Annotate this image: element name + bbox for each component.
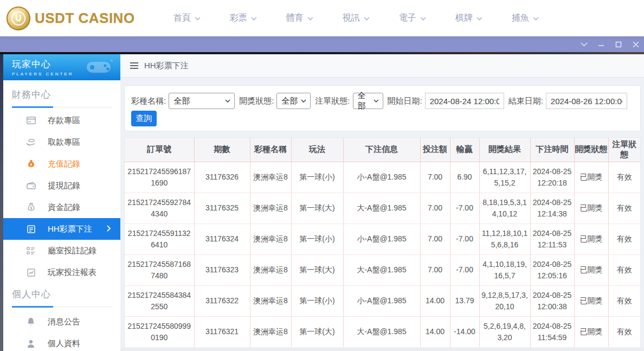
table-cell: 澳洲幸运8 xyxy=(250,162,291,193)
section-title-finance: 財務中心 xyxy=(3,88,120,101)
column-header: 開獎結果 xyxy=(479,138,530,162)
table-cell: 7.00 xyxy=(420,254,450,285)
table-cell: 9,12,8,5,17,3,20,10 xyxy=(479,285,530,316)
chevron-down-icon xyxy=(420,17,426,21)
recharge-bag-icon: ¥ xyxy=(26,159,36,169)
close-icon[interactable] xyxy=(632,41,640,48)
lottery-bets-icon xyxy=(26,224,36,234)
table-row: 215217245580999019031176321澳洲幸运8第一球(大)大-… xyxy=(125,316,640,347)
maximize-icon[interactable] xyxy=(615,41,622,48)
table-row: 215217245587168748031176323澳洲幸运8第一球(大)大-… xyxy=(125,254,640,285)
bet-table-head-row: 訂單號期數彩種名稱玩法下注信息投注額輸贏開獎結果下注時間開獎狀態注單狀態 xyxy=(125,138,640,162)
players-center-header: 玩家中心 PLAYERS CENTER xyxy=(3,54,120,80)
draw-status-label: 開獎狀態: xyxy=(239,96,274,106)
table-row: 215217245596187169031176326澳洲幸运8第一球(小)小-… xyxy=(125,162,640,193)
table-cell: 第一球(大) xyxy=(291,316,343,347)
start-date-input[interactable] xyxy=(425,93,504,109)
table-cell: 澳洲幸运8 xyxy=(250,224,291,254)
sidebar-item-player-bet-report[interactable]: 玩家投注報表 xyxy=(3,261,120,283)
withdraw-hand-icon xyxy=(26,137,36,147)
table-cell: 大-A盤@1.985 xyxy=(343,254,420,285)
sidebar-item-cashout-record[interactable]: 提現記錄 xyxy=(3,175,120,196)
lottery-name-select[interactable]: 全部 xyxy=(169,93,235,109)
svg-text:¥: ¥ xyxy=(30,163,32,167)
column-header: 下注信息 xyxy=(343,138,420,162)
table-cell: 2152172455927844340 xyxy=(125,193,194,224)
table-cell: 有效 xyxy=(608,254,640,285)
chevron-down-icon xyxy=(364,17,370,21)
table-row: 215217245591132641031176324澳洲幸运8第一球(小)小-… xyxy=(125,224,640,254)
sidebar-item-funds-record[interactable]: $ 資金記錄 xyxy=(3,196,120,218)
sidebar-item-withdraw[interactable]: 取款專區 xyxy=(3,131,120,153)
table-cell: 大-A盤@1.985 xyxy=(343,316,420,347)
finance-menu: 存款專區 取款專區 ¥ 充值記錄 提現記錄 $ 資金記錄 xyxy=(3,110,120,283)
table-cell: 已開獎 xyxy=(574,316,608,347)
collapse-chevron-icon[interactable] xyxy=(580,41,588,48)
table-cell: 小-A盤@1.985 xyxy=(343,285,420,316)
lottery-name-label: 彩種名稱: xyxy=(131,96,166,106)
nav-item-lottery[interactable]: 彩票 xyxy=(215,12,272,24)
table-cell: 第一球(小) xyxy=(291,224,343,254)
sidebar-item-deposit[interactable]: 存款專區 xyxy=(3,110,120,131)
search-button[interactable]: 查詢 xyxy=(131,111,157,126)
draw-status-select[interactable]: 全部 xyxy=(276,93,311,109)
chevron-down-icon xyxy=(195,17,201,21)
table-cell: 31176324 xyxy=(194,224,250,254)
sidebar-item-hall-bet-record[interactable]: 廳室投註記錄 xyxy=(3,240,120,261)
minimize-icon[interactable] xyxy=(597,41,605,48)
table-cell: 有效 xyxy=(608,285,640,316)
nav-item-fishing[interactable]: 捕魚 xyxy=(497,12,553,24)
nav-item-slots[interactable]: 電子 xyxy=(384,12,441,24)
table-cell: 2024-08-25 11:54:59 xyxy=(530,316,574,347)
table-cell: 13.79 xyxy=(450,285,479,316)
bet-table-body: 215217245596187169031176326澳洲幸运8第一球(小)小-… xyxy=(125,162,640,347)
column-header: 訂單號 xyxy=(125,138,194,162)
table-cell: 31176326 xyxy=(194,162,250,193)
table-cell: 6.90 xyxy=(450,162,479,193)
sidebar-item-recharge-record[interactable]: ¥ 充值記錄 xyxy=(3,153,120,175)
table-cell: 5,2,6,19,4,8,3,20 xyxy=(479,316,530,347)
table-cell: 第一球(大) xyxy=(291,193,343,224)
chevron-down-icon xyxy=(301,99,306,103)
table-row: 215217245592784434031176325澳洲幸运8第一球(大)大-… xyxy=(125,193,640,224)
order-status-select[interactable]: 全部 xyxy=(353,93,383,109)
table-cell: -7.00 xyxy=(450,193,479,224)
hamburger-menu-icon[interactable] xyxy=(130,62,138,69)
table-cell: 2024-08-25 12:14:38 xyxy=(530,193,574,224)
table-cell: 2152172455911326410 xyxy=(125,224,194,254)
table-cell: -7.00 xyxy=(450,224,479,254)
deposit-card-icon xyxy=(26,116,36,125)
chevron-down-icon xyxy=(533,17,539,21)
window-titlebar xyxy=(0,36,644,52)
sidebar-item-label: 充值記錄 xyxy=(48,159,80,169)
table-cell: 14.00 xyxy=(420,285,450,316)
sidebar-item-profile[interactable]: 個人資料 xyxy=(3,333,120,351)
table-cell: 澳洲幸运8 xyxy=(250,316,291,347)
sidebar-item-label: 資金記錄 xyxy=(48,202,80,213)
sidebar-item-label: 廳室投註記錄 xyxy=(48,246,96,256)
chevron-down-icon xyxy=(373,99,379,103)
nav-item-sports[interactable]: 體育 xyxy=(272,12,328,24)
section-divider xyxy=(12,306,113,308)
table-cell: 已開獎 xyxy=(574,285,608,316)
nav-item-video[interactable]: 視訊 xyxy=(328,12,384,24)
table-cell: 31176325 xyxy=(194,193,250,224)
table-cell: 小-A盤@1.985 xyxy=(343,224,420,254)
table-cell: 第一球(小) xyxy=(291,162,343,193)
column-header: 玩法 xyxy=(291,138,343,162)
usdt-coin-icon: U xyxy=(7,7,30,30)
table-cell: 6,11,12,3,17,5,15,2 xyxy=(479,162,530,193)
order-status-label: 注單狀態: xyxy=(315,96,350,106)
end-date-input[interactable] xyxy=(546,93,627,109)
chevron-down-icon xyxy=(476,17,482,21)
table-row: 215217245584384255031176322澳洲幸运8第一球(小)小-… xyxy=(125,285,640,316)
nav-item-home[interactable]: 首頁 xyxy=(159,12,215,24)
person-icon xyxy=(26,339,36,348)
sidebar-item-hh-lottery-bets[interactable]: HH彩票下注 xyxy=(3,218,120,240)
sidebar-item-label: 取款專區 xyxy=(48,137,80,148)
table-cell: 小-A盤@1.985 xyxy=(343,162,420,193)
nav-item-cards[interactable]: 棋牌 xyxy=(441,12,497,24)
sidebar-item-announcements[interactable]: 消息公告 xyxy=(3,311,120,333)
table-cell: 2152172455871687480 xyxy=(125,254,194,285)
column-header: 開獎狀態 xyxy=(574,138,608,162)
